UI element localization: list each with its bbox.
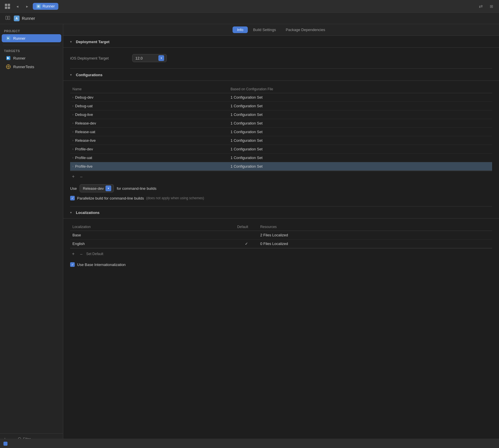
loc-remove-button[interactable]: – (78, 251, 85, 257)
svg-rect-1 (6, 16, 7, 20)
use-config-row: Use Release-dev ▾ for command-line build… (70, 182, 492, 195)
use-label: Use (70, 186, 77, 191)
set-default-button[interactable]: Set Default (86, 252, 103, 256)
parallelize-label: Parallelize build for command-line build… (77, 196, 144, 200)
content-scroll: ▾ Deployment Target iOS Deployment Targe… (63, 36, 499, 448)
back-button[interactable]: ◂ (13, 2, 21, 10)
swap-icon[interactable]: ⇄ (477, 2, 485, 10)
runnertests-icon (6, 64, 11, 69)
table-row[interactable]: ›Profile-uat 1 Configuration Set (70, 154, 492, 162)
dropdown-arrow-icon: ▾ (158, 55, 164, 61)
active-tab-label: Runner (43, 4, 55, 8)
grid-view-button[interactable] (3, 2, 11, 10)
configurations-section: ▾ Configurations Name Based on Configura… (63, 69, 499, 206)
config-remove-button[interactable]: – (78, 173, 85, 180)
config-name-cell: ›Debug-live (70, 110, 228, 119)
runner-project-icon (6, 36, 11, 41)
config-name-cell: ›Release-live (70, 136, 228, 145)
config-name-cell: ›Profile-live (70, 162, 228, 171)
configurations-content: Name Based on Configuration File ›Debug-… (63, 81, 499, 206)
parallelize-note: (does not apply when using schemes) (146, 196, 204, 200)
for-command-line-label: for command-line builds (117, 186, 156, 191)
layout-icon[interactable]: ⊞ (488, 2, 496, 10)
table-row[interactable]: English ✓ 0 Files Localized (70, 240, 492, 248)
config-value-cell: 1 Configuration Set (228, 145, 492, 154)
localizations-chevron-icon: ▾ (70, 211, 74, 215)
sidebar: PROJECT Runner TARGETS Runner (0, 24, 63, 448)
app-icon: A (14, 16, 20, 21)
table-row[interactable]: ›Debug-dev 1 Configuration Set (70, 93, 492, 102)
configurations-header[interactable]: ▾ Configurations (63, 69, 499, 81)
table-row[interactable]: ›Debug-live 1 Configuration Set (70, 110, 492, 119)
tab-build-settings[interactable]: Build Settings (248, 26, 281, 33)
config-value-cell: 1 Configuration Set (228, 102, 492, 110)
status-bar (0, 439, 499, 448)
parallelize-row: ✓ Parallelize build for command-line bui… (70, 195, 492, 202)
sidebar-item-runner-target[interactable]: Runner (2, 54, 61, 62)
config-value-cell: 1 Configuration Set (228, 128, 492, 136)
loc-name-cell: English (70, 240, 235, 248)
forward-button[interactable]: ▸ (23, 2, 31, 10)
loc-resources-cell: 2 Files Localized (258, 231, 492, 240)
table-row[interactable]: ›Debug-uat 1 Configuration Set (70, 102, 492, 110)
deployment-target-title: Deployment Target (76, 40, 110, 44)
table-row[interactable]: ›Release-dev 1 Configuration Set (70, 119, 492, 128)
loc-default-cell: ✓ (235, 240, 258, 248)
project-section-label: PROJECT (0, 28, 63, 34)
content-area: Info Build Settings Package Dependencies… (63, 24, 499, 448)
config-name-cell: ›Release-dev (70, 119, 228, 128)
config-value-cell: 1 Configuration Set (228, 110, 492, 119)
table-row[interactable]: ›Release-live 1 Configuration Set (70, 136, 492, 145)
ios-version-dropdown[interactable]: 12.0 ▾ (132, 54, 167, 62)
config-dropdown-arrow-icon: ▾ (105, 185, 111, 191)
status-dot (3, 442, 7, 446)
loc-add-button[interactable]: + (70, 251, 76, 257)
sidebar-item-runner-project[interactable]: Runner (2, 34, 61, 42)
active-tab[interactable]: Runner (33, 3, 58, 10)
loc-default-cell (235, 231, 258, 240)
targets-section-label: TARGETS (0, 47, 63, 54)
svg-rect-2 (8, 16, 10, 20)
main-layout: PROJECT Runner TARGETS Runner (0, 24, 499, 448)
command-line-config-dropdown[interactable]: Release-dev ▾ (80, 184, 114, 192)
ios-version-value: 12.0 (135, 56, 143, 60)
localizations-content: Localization Default Resources Base 2 Fi… (63, 219, 499, 273)
configurations-title: Configurations (76, 73, 102, 77)
use-base-checkbox[interactable]: ✓ (70, 262, 75, 267)
localizations-title: Localizations (76, 210, 99, 215)
localizations-header[interactable]: ▾ Localizations (63, 206, 499, 219)
table-row[interactable]: Base 2 Files Localized (70, 231, 492, 240)
panel-toggle-icon[interactable] (4, 14, 11, 22)
config-controls-row: + – (70, 171, 492, 182)
config-name-cell: ›Profile-uat (70, 154, 228, 162)
title-bar-right: ⇄ ⊞ (477, 2, 496, 10)
deployment-target-content: iOS Deployment Target 12.0 ▾ (63, 48, 499, 68)
runner-tab-icon (36, 4, 41, 9)
sidebar-divider (3, 45, 60, 45)
ios-deployment-row: iOS Deployment Target 12.0 ▾ (70, 52, 492, 64)
table-row[interactable]: ›Release-uat 1 Configuration Set (70, 128, 492, 136)
parallelize-checkbox[interactable]: ✓ (70, 196, 75, 200)
deployment-target-header[interactable]: ▾ Deployment Target (63, 36, 499, 48)
deployment-target-section: ▾ Deployment Target iOS Deployment Targe… (63, 36, 499, 68)
config-value-cell: 1 Configuration Set (228, 162, 492, 171)
svg-point-6 (7, 66, 9, 68)
loc-controls-row: + – Set Default (70, 248, 492, 259)
sidebar-runner-target-label: Runner (13, 56, 26, 60)
ios-deployment-label: iOS Deployment Target (70, 56, 128, 60)
tab-package-dependencies[interactable]: Package Dependencies (281, 26, 330, 33)
title-bar: ◂ ▸ Runner ⇄ ⊞ (0, 0, 499, 13)
table-row[interactable]: ›Profile-live 1 Configuration Set (70, 162, 492, 171)
config-value-cell: 1 Configuration Set (228, 154, 492, 162)
tab-info[interactable]: Info (233, 26, 248, 33)
deployment-chevron-icon: ▾ (70, 40, 74, 44)
loc-resources-cell: 0 Files Localized (258, 240, 492, 248)
sidebar-item-runnertests[interactable]: RunnerTests (2, 63, 61, 71)
app-title: Runner (22, 16, 35, 21)
config-name-cell: ›Debug-uat (70, 102, 228, 110)
table-row[interactable]: ›Profile-dev 1 Configuration Set (70, 145, 492, 154)
sidebar-runnertests-label: RunnerTests (13, 65, 34, 69)
loc-localization-header: Localization (70, 223, 235, 231)
config-add-button[interactable]: + (70, 173, 76, 180)
loc-default-header: Default (235, 223, 258, 231)
